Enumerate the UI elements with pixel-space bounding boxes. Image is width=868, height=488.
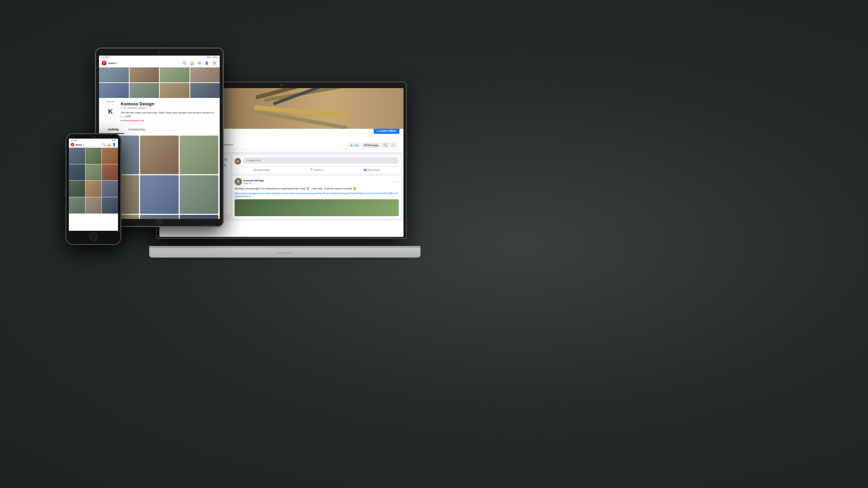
fb-right-column: K Create Post 🖼 Photo/Video 📍 — [233, 155, 401, 218]
phone-photo-12[interactable] — [102, 197, 118, 214]
pinterest-profile-icon[interactable]: 👤 — [204, 60, 210, 66]
cover-cell-3 — [160, 67, 190, 82]
cover-cell-5 — [99, 83, 129, 98]
fb-post-text: Anxiety running high? It's important to … — [235, 187, 399, 190]
fb-more-button[interactable]: ··· — [390, 143, 397, 148]
cover-cell-7 — [160, 83, 190, 98]
pinterest-profile-desc: We literally make you feel how 'Shift' s… — [121, 111, 216, 118]
phone-screen: 4:21 PM 100% P Home ▾ 🔍 🔔 👤 — [69, 139, 118, 231]
fb-check-in-btn[interactable]: 📍 Check in — [290, 168, 344, 172]
fb-post-author: Komuso Design — [243, 179, 394, 182]
phone-status-bar: 4:21 PM 100% — [69, 139, 118, 142]
pinterest-profile-stats: 7.1m monthly viewers — [121, 106, 216, 109]
pinterest-tab-community[interactable]: Community — [124, 126, 150, 134]
pinterest-message-icon[interactable]: ✉ — [197, 60, 202, 66]
fb-search-button[interactable]: 🔍 — [381, 143, 389, 148]
phone-photo-3[interactable] — [102, 148, 118, 164]
phone-header-icons: 🔍 🔔 👤 — [102, 143, 116, 146]
pinterest-cover — [99, 67, 220, 98]
pinterest-search-icon[interactable]: 🔍 — [182, 60, 187, 66]
phone-pinterest-header: P Home ▾ 🔍 🔔 👤 — [69, 142, 118, 148]
hamburger-icon — [106, 101, 115, 102]
fb-post-more-btn[interactable]: ··· — [395, 179, 399, 184]
pinterest-tab-activity[interactable]: Activity — [103, 126, 124, 134]
pinterest-home-nav[interactable]: Home ▾ — [108, 62, 117, 64]
phone-photo-6[interactable] — [102, 164, 118, 181]
tablet-status-bar: 4:21 PM WiFi 100% — [99, 56, 220, 59]
pin-grid-item-9[interactable] — [180, 215, 218, 219]
fb-post-avatar: K — [235, 178, 242, 185]
tablet-camera — [159, 52, 160, 53]
fb-post-date: April 13 — [243, 182, 394, 184]
fb-create-post-input[interactable]: Create Post — [243, 157, 399, 164]
fb-photo-video-btn[interactable]: 🖼 Photo/Video — [235, 168, 289, 172]
phone-bell-icon[interactable]: 🔔 — [107, 143, 111, 146]
cover-cell-6 — [130, 83, 159, 98]
cover-cell-1 — [99, 67, 129, 82]
pin-grid-item-3[interactable] — [180, 136, 218, 174]
fb-post-header: K Komuso Design April 13 ··· — [235, 178, 399, 185]
pin-grid-item-5[interactable] — [140, 175, 179, 214]
cover-cell-2 — [130, 67, 159, 82]
battery-icon: 100% — [213, 56, 218, 58]
phone-time: 4:21 PM — [71, 139, 77, 141]
phone-photo-9[interactable] — [102, 181, 118, 197]
pinterest-logo: P — [102, 61, 106, 65]
phone-photo-11[interactable] — [85, 197, 102, 214]
phone-user-icon[interactable]: 👤 — [112, 143, 116, 146]
pinterest-profile-name: Komuso Design — [121, 101, 216, 106]
phone-photo-7[interactable] — [69, 181, 85, 197]
phone-photo-grid — [69, 148, 118, 214]
pinterest-profile-section: K Komuso Design 7.1m monthly viewers We … — [99, 98, 220, 124]
pin-grid-item-6[interactable] — [180, 175, 218, 214]
pin-grid-item-8[interactable] — [140, 215, 179, 219]
phone-photo-2[interactable] — [85, 148, 102, 164]
phone-photo-5[interactable] — [85, 164, 102, 181]
phone-home-button[interactable] — [90, 233, 98, 241]
fb-post-action-bar: 🖼 Photo/Video 📍 Check in 👥 Tag Friends — [235, 166, 399, 172]
tablet-home-button[interactable] — [157, 219, 162, 224]
fb-post-meta: Komuso Design April 13 — [243, 179, 394, 184]
fb-like-button[interactable]: 👍 Like — [348, 143, 361, 148]
fb-post-link[interactable]: https://www.heysigmund.com/what-happens-… — [235, 192, 399, 198]
laptop-base — [149, 248, 420, 258]
phone-photo-8[interactable] — [85, 181, 102, 197]
pinterest-menu-icon[interactable]: ☰ — [212, 60, 217, 66]
svg-rect-2 — [254, 105, 349, 118]
cover-cell-4 — [190, 67, 220, 82]
phone-photo-4[interactable] — [69, 164, 85, 181]
phone-home-label: Home — [76, 144, 82, 146]
fb-nav-actions: 👍 Like ✉ Message 🔍 ··· — [348, 143, 397, 148]
fb-create-avatar: K — [235, 158, 241, 165]
phone-chevron-icon: ▾ — [83, 144, 84, 146]
laptop-camera — [280, 84, 282, 86]
pinterest-profile-info: Komuso Design 7.1m monthly viewers We li… — [121, 101, 216, 122]
chevron-down-icon: ▾ — [116, 62, 117, 64]
fb-create-post-box: K Create Post 🖼 Photo/Video 📍 — [233, 155, 401, 174]
fb-post: K Komuso Design April 13 ··· Anxiety run… — [233, 176, 401, 218]
pinterest-cover-grid — [99, 67, 220, 98]
pinterest-website[interactable]: komusodesign.com — [121, 119, 216, 122]
phone-search-icon[interactable]: 🔍 — [102, 143, 106, 146]
fb-message-button[interactable]: ✉ Message — [362, 143, 380, 148]
fb-tag-friends-btn[interactable]: 👥 Tag Friends — [345, 168, 399, 172]
wifi-icon: WiFi — [207, 56, 211, 58]
pin-grid-item-2[interactable] — [140, 136, 179, 174]
pinterest-avatar: K — [103, 104, 118, 119]
fb-post-image — [235, 199, 399, 216]
pinterest-header: P Home ▾ 🔍 🔔 ✉ 👤 ☰ — [99, 59, 220, 67]
phone-pinterest-logo: P — [71, 143, 74, 146]
phone-speaker — [90, 137, 97, 138]
phone-battery: 100% — [112, 139, 116, 141]
pinterest-notification-icon[interactable]: 🔔 — [189, 60, 195, 66]
tablet-status-icons: WiFi 100% — [207, 56, 218, 58]
phone-photo-1[interactable] — [69, 148, 85, 164]
cover-cell-8 — [190, 83, 220, 98]
phone-device: 4:21 PM 100% P Home ▾ 🔍 🔔 👤 — [65, 133, 121, 245]
phone-photo-10[interactable] — [69, 197, 85, 214]
phone-bezel: 4:21 PM 100% P Home ▾ 🔍 🔔 👤 — [65, 133, 121, 245]
pinterest-header-icons: 🔍 🔔 ✉ 👤 ☰ — [182, 60, 217, 66]
tablet-time: 4:21 PM — [101, 56, 108, 58]
